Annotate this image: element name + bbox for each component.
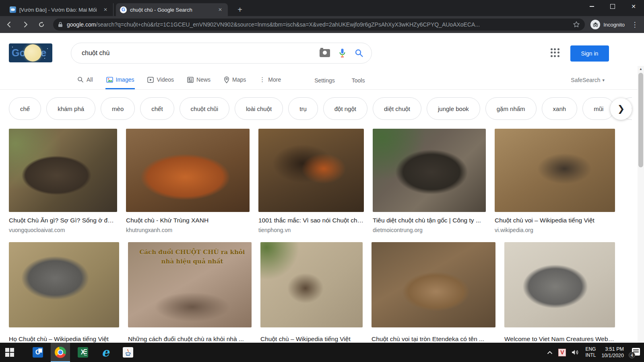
settings-link[interactable]: Settings: [314, 77, 335, 84]
result-domain[interactable]: vuongquocloaivat.com: [9, 227, 117, 233]
chip[interactable]: jungle book: [427, 97, 480, 120]
sign-in-button[interactable]: Sign in: [570, 45, 609, 62]
result-type-tabs: All Images Videos News Maps ⋮ More: [0, 71, 644, 89]
tools-link[interactable]: Tools: [352, 77, 365, 84]
chip[interactable]: mèo: [101, 97, 135, 120]
chip[interactable]: chuột chũi: [180, 97, 229, 120]
result-thumbnail[interactable]: [258, 129, 364, 212]
system-tray: V ENG INTL 3:51 PM 10/1/2020 4: [547, 346, 644, 359]
taskbar-clock[interactable]: 3:51 PM 10/1/2020: [601, 346, 624, 359]
results-row-2: Họ Chuột chù – Wikipedia tiếng Việt Cách…: [9, 242, 615, 343]
address-bar[interactable]: google.com/search?q=chuột+chù&rlz=1C1GCE…: [53, 19, 585, 31]
safesearch-dropdown[interactable]: SafeSearch ▾: [571, 77, 605, 83]
new-tab-button[interactable]: +: [234, 4, 246, 15]
chip[interactable]: diệt chuột: [373, 97, 421, 120]
google-apps-icon[interactable]: [550, 47, 560, 58]
windows-taskbar: O X e V ENG INTL 3:51 PM 10/1/2020: [0, 343, 644, 362]
chips-scroll-right-button[interactable]: ❯: [610, 98, 632, 120]
result-title[interactable]: Chuột Chù Ăn gì? Sợ Gì? Sống ở đâu ...: [9, 217, 117, 224]
voice-search-mic-icon[interactable]: [339, 48, 346, 58]
chip[interactable]: xanh: [542, 97, 578, 120]
forward-button[interactable]: [19, 18, 32, 31]
tray-expand-icon[interactable]: [547, 351, 553, 354]
result-thumbnail[interactable]: [373, 129, 486, 212]
taskbar-chrome[interactable]: [51, 343, 70, 362]
tab-news[interactable]: News: [186, 71, 211, 89]
minimize-button[interactable]: [581, 0, 602, 13]
result-domain[interactable]: tienphong.vn: [258, 227, 364, 233]
clock-date: 10/1/2020: [601, 352, 624, 359]
tab-all[interactable]: All: [76, 71, 94, 89]
reload-button[interactable]: [35, 18, 48, 31]
scroll-up-icon[interactable]: ▲: [638, 66, 644, 72]
result-thumbnail[interactable]: [495, 129, 615, 212]
result-title[interactable]: Chuột chù voi tại tròn Etendeka có tên .…: [372, 335, 495, 343]
result-title[interactable]: Họ Chuột chù – Wikipedia tiếng Việt: [9, 335, 119, 343]
language-indicator[interactable]: ENG INTL: [585, 346, 596, 358]
tab-more[interactable]: ⋮ More: [258, 71, 282, 89]
search-box-icons: [320, 48, 363, 58]
close-window-button[interactable]: ✕: [623, 0, 644, 13]
scrollbar-thumb[interactable]: [638, 73, 643, 167]
internet-explorer-icon: e: [101, 346, 109, 358]
image-result: 1001 thắc mắc: Vì sao nói Chuột chù ... …: [258, 129, 364, 233]
taskbar-outlook[interactable]: O: [28, 343, 47, 362]
action-center-icon[interactable]: 4: [630, 348, 640, 357]
tab-images[interactable]: Images: [105, 71, 135, 89]
chip[interactable]: loài chuột: [235, 97, 283, 120]
result-thumbnail[interactable]: [372, 242, 495, 327]
chip[interactable]: chế: [9, 97, 41, 120]
tab-close-icon[interactable]: ✕: [102, 6, 109, 13]
start-button[interactable]: [0, 343, 19, 362]
result-domain[interactable]: vi.wikipedia.org: [495, 227, 615, 233]
tab-vuon-dao[interactable]: [Vườn Đào] - Vườn Đào: Mai Mối ✕: [6, 3, 114, 16]
result-title[interactable]: Chuột chù – Wikipedia tiếng Việt: [260, 335, 363, 343]
search-by-image-camera-icon[interactable]: [320, 49, 330, 57]
result-domain[interactable]: khutrungxanh.com: [126, 227, 250, 233]
result-title[interactable]: 1001 thắc mắc: Vì sao nói Chuột chù ...: [258, 217, 364, 224]
bookmark-star-icon[interactable]: [573, 21, 580, 28]
result-thumbnail[interactable]: [126, 129, 250, 212]
tab-maps[interactable]: Maps: [223, 71, 247, 89]
chip[interactable]: đột ngột: [323, 97, 367, 120]
search-icon[interactable]: [355, 49, 363, 58]
result-title[interactable]: Chuột chù - Khử Trùng XANH: [126, 217, 250, 224]
search-query[interactable]: chuột chù: [82, 49, 320, 57]
image-result: Họ Chuột chù – Wikipedia tiếng Việt: [9, 242, 119, 343]
chip[interactable]: khám phá: [46, 97, 95, 120]
page-scrollbar[interactable]: ▲ ▼: [638, 66, 644, 343]
tab-close-icon[interactable]: ✕: [217, 6, 224, 13]
tab-videos[interactable]: Videos: [147, 71, 175, 89]
tab-title: [Vườn Đào] - Vườn Đào: Mai Mối: [19, 7, 99, 13]
tray-vietkey-icon[interactable]: V: [558, 349, 566, 356]
result-title[interactable]: Welcome to Viet Nam Creatures Websi...: [504, 335, 615, 343]
chip[interactable]: gặm nhấm: [485, 97, 537, 120]
back-button[interactable]: [2, 18, 16, 31]
result-thumbnail[interactable]: [504, 242, 615, 327]
volume-icon[interactable]: [572, 349, 580, 356]
tab-google-search[interactable]: G chuột chù - Google Search ✕: [116, 3, 228, 16]
result-thumbnail[interactable]: [9, 129, 117, 212]
google-doodle-logo[interactable]: Google: [9, 43, 52, 62]
star-dot: [44, 58, 45, 59]
taskbar-excel[interactable]: X: [73, 343, 93, 362]
outlook-icon: O: [33, 347, 43, 358]
keyboard-layout: INTL: [585, 352, 596, 358]
result-title[interactable]: Tiêu diệt chuột chù tận gốc | Công ty ..…: [373, 217, 486, 224]
browser-menu-icon[interactable]: ⋮: [629, 19, 641, 31]
maximize-button[interactable]: [602, 0, 623, 13]
result-title[interactable]: Những cách đuổi chuột chù ra khỏi nhà ..…: [128, 335, 252, 343]
taskbar-internet-explorer[interactable]: e: [96, 343, 115, 362]
result-thumbnail[interactable]: [9, 242, 119, 327]
search-box[interactable]: chuột chù: [71, 43, 372, 64]
java-icon: [123, 347, 133, 358]
result-title[interactable]: Chuột chù voi – Wikipedia tiếng Việt: [495, 217, 615, 224]
incognito-label: Incognito: [603, 22, 625, 28]
result-thumbnail[interactable]: Cách đuổi CHUỘT CHÙ ra khỏi nhà hiệu quả…: [128, 242, 252, 327]
chip[interactable]: trụ: [288, 97, 318, 120]
taskbar-java[interactable]: [118, 343, 138, 362]
chip[interactable]: chết: [140, 97, 174, 120]
chevron-down-icon: ▾: [602, 78, 605, 83]
result-domain[interactable]: dietmoicontrung.org: [373, 227, 486, 233]
result-thumbnail[interactable]: [260, 242, 363, 327]
